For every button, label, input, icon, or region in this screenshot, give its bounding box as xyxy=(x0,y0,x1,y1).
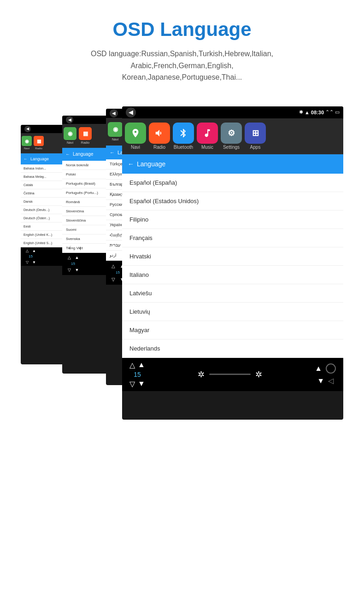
status-icons-4: ✱ ▲ 08:30 ⌃⌃ ▭ xyxy=(299,109,340,115)
music-icon-4 xyxy=(197,123,218,144)
fan-right-icon[interactable]: ✲ xyxy=(255,369,262,380)
lang-title-1: Language xyxy=(30,157,49,161)
lang-lietuviy[interactable]: Lietuvių xyxy=(122,303,343,321)
ctrl-up-filled-2[interactable]: ▲ xyxy=(74,254,80,261)
app-radio-4[interactable]: Radio xyxy=(149,123,170,150)
lang-back-2[interactable]: ← xyxy=(65,152,70,157)
lang-header-4: ← Language xyxy=(122,154,343,174)
screenshot-stack: ◀ ✱ ▲ 08:30 ⌃⌃ ▭ ◉ Navi ▦ Radio ← Langua… xyxy=(21,106,343,466)
back-btn-3[interactable]: ◀ xyxy=(110,109,118,117)
navi-label-1: Navi xyxy=(24,147,29,150)
music-label-4: Music xyxy=(201,145,213,150)
ctrl-back-triangle[interactable]: ◁ xyxy=(328,376,334,385)
lang-back-3[interactable]: ← xyxy=(110,150,115,155)
app-navi-3[interactable]: ◉ Navi xyxy=(108,122,123,141)
settings-label-4: Settings xyxy=(223,145,240,150)
lang-title-2: Language xyxy=(73,152,94,157)
lang-filipino[interactable]: Filipino xyxy=(122,211,343,229)
ctrl-up-filled-1[interactable]: ▲ xyxy=(31,248,37,253)
ctrl-down-outline-3[interactable]: ▽ xyxy=(110,275,117,283)
ctrl-down-right[interactable]: ▼ xyxy=(317,377,324,385)
lang-espana[interactable]: Español (España) xyxy=(122,174,343,192)
ctrl-down-filled-1[interactable]: ▼ xyxy=(31,259,37,265)
screen-4-main: ◀ ✱ ▲ 08:30 ⌃⌃ ▭ Navi Radio xyxy=(122,106,343,420)
app-navi-4[interactable]: Navi xyxy=(125,123,146,150)
lang-hrvatski[interactable]: Hrvatski xyxy=(122,247,343,266)
ctrl-down-outline-1[interactable]: ▽ xyxy=(24,259,30,265)
lang-francais[interactable]: Français xyxy=(122,229,343,247)
app-apps-4[interactable]: ⊞ Apps xyxy=(245,123,266,150)
ctrl-up-right[interactable]: ▲ xyxy=(315,364,322,373)
app-settings-4[interactable]: ⚙ Settings xyxy=(221,123,242,150)
lang-italiano[interactable]: Italiano xyxy=(122,266,343,284)
ctrl-num-3: 15 xyxy=(116,270,120,275)
status-time-4: 08:30 xyxy=(311,110,324,115)
app-music-4[interactable]: Music xyxy=(197,123,218,150)
navi-icon-3: ◉ xyxy=(108,122,123,137)
settings-icon-4: ⚙ xyxy=(221,123,242,144)
app-navi-2[interactable]: ◉ Navi xyxy=(64,127,76,144)
page-description: OSD language:Russian,Spanish,Turkish,Heb… xyxy=(28,48,336,83)
signal-icon-4: ▲ xyxy=(305,110,310,115)
ctrl-group-left-2: △ ▲ 15 ▽ ▼ xyxy=(66,254,80,273)
ctrl-num-main: 15 xyxy=(134,371,141,378)
bluetooth-icon-4: ✱ xyxy=(299,109,303,115)
lang-list-4: Español (España) Español (Estados Unidos… xyxy=(122,174,343,358)
ctrl-up-outline-3[interactable]: △ xyxy=(110,262,117,269)
app-radio-1[interactable]: ▦ Radio xyxy=(34,136,44,150)
lang-magyar[interactable]: Magyar xyxy=(122,321,343,339)
ctrl-right-main: ▲ ▼ ◁ xyxy=(315,363,336,385)
radio-label-4: Radio xyxy=(153,145,165,150)
lang-estados-unidos[interactable]: Español (Estados Unidos) xyxy=(122,192,343,211)
radio-icon-4 xyxy=(149,123,170,144)
lang-title-4: Language xyxy=(137,160,165,168)
fan-left-icon[interactable]: ✲ xyxy=(198,369,205,380)
ctrl-up-outline-main[interactable]: △ xyxy=(129,361,135,369)
navi-icon-2: ◉ xyxy=(64,127,76,140)
ctrl-circle[interactable] xyxy=(326,363,336,374)
bluetooth-app-icon-4 xyxy=(173,123,194,144)
navi-icon-1: ◉ xyxy=(22,136,32,146)
radio-icon-1: ▦ xyxy=(34,136,44,146)
page-title: OSD Language xyxy=(28,18,336,41)
back-btn-2[interactable]: ◀ xyxy=(66,116,73,123)
ctrl-center-main: ✲ ✲ xyxy=(198,369,262,380)
app-navi-1[interactable]: ◉ Navi xyxy=(22,136,32,150)
lang-back-1[interactable]: ← xyxy=(23,157,28,161)
back-btn-1[interactable]: ◀ xyxy=(24,126,31,132)
radio-icon-2: ▦ xyxy=(79,127,92,140)
lang-nederlands[interactable]: Nederlands xyxy=(122,339,343,358)
battery-4: ▭ xyxy=(335,109,340,115)
ctrl-down-filled-main[interactable]: ▼ xyxy=(138,380,145,388)
apps-icon-4: ⊞ xyxy=(245,123,266,144)
navi-label-3: Navi xyxy=(112,138,118,141)
lang-panel-4: ← Language Español (España) Español (Est… xyxy=(122,154,343,358)
ctrl-up-filled-main[interactable]: ▲ xyxy=(138,361,145,369)
back-btn-4[interactable]: ◀ xyxy=(126,107,136,117)
ctrl-group-left-4: △ ▲ 15 ▽ ▼ xyxy=(129,361,145,388)
app-grid-4: Navi Radio Bluetooth Music xyxy=(122,118,343,154)
app-radio-2[interactable]: ▦ Radio xyxy=(79,127,92,144)
arrows-4: ⌃⌃ xyxy=(325,109,334,115)
lang-back-arrow-4[interactable]: ← xyxy=(128,160,134,168)
ctrl-num-1: 15 xyxy=(29,254,33,258)
ctrl-up-outline-1[interactable]: △ xyxy=(24,248,30,253)
navi-label-4: Navi xyxy=(131,145,140,150)
navi-label-2: Navi xyxy=(67,141,73,144)
lang-latviesu[interactable]: Latviešu xyxy=(122,284,343,303)
bottom-controls-4: △ ▲ 15 ▽ ▼ ✲ ✲ ▲ ▼ xyxy=(122,358,343,391)
ctrl-num-2: 15 xyxy=(71,262,75,266)
app-bluetooth-4[interactable]: Bluetooth xyxy=(173,123,194,150)
page-header: OSD Language OSD language:Russian,Spanis… xyxy=(0,0,364,93)
ctrl-down-outline-2[interactable]: ▽ xyxy=(66,267,72,273)
radio-label-2: Radio xyxy=(81,141,89,144)
ctrl-group-left-1: △ ▲ 15 ▽ ▼ xyxy=(24,248,37,265)
status-bar-4: ◀ ✱ ▲ 08:30 ⌃⌃ ▭ xyxy=(122,106,343,118)
ctrl-slider[interactable] xyxy=(209,374,251,375)
apps-label-4: Apps xyxy=(250,145,261,150)
ctrl-up-outline-2[interactable]: △ xyxy=(66,254,72,261)
ctrl-down-filled-2[interactable]: ▼ xyxy=(74,267,80,273)
ctrl-down-outline-main[interactable]: ▽ xyxy=(129,380,135,388)
radio-label-1: Radio xyxy=(35,147,42,150)
bluetooth-label-4: Bluetooth xyxy=(174,145,193,150)
